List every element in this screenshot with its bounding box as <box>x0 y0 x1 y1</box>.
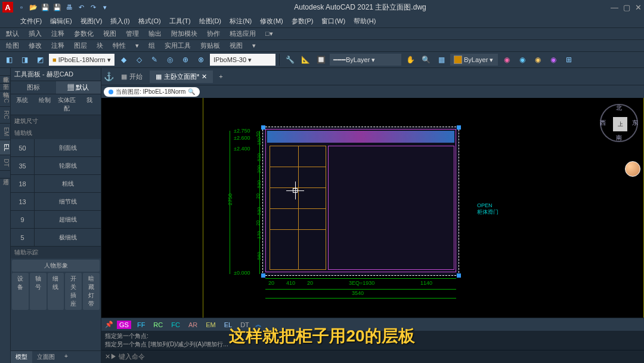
menu-insert[interactable]: 插入(I) <box>107 16 133 27</box>
grip-icon[interactable] <box>457 125 461 130</box>
drawing-canvas[interactable]: ±2.750 ±2.600 ±2.400 ±0.000 2750 50 150 … <box>101 98 644 318</box>
list-item[interactable]: 9超细线 <box>11 211 101 229</box>
tb-icon10[interactable]: ✋ <box>404 53 417 66</box>
rp-0[interactable]: 绘图 <box>2 41 23 51</box>
tag-ff[interactable]: FF <box>135 321 147 329</box>
menu-dim[interactable]: 标注(N) <box>226 16 255 27</box>
rp-8[interactable]: 实用工具 <box>161 41 194 51</box>
gbtn-0[interactable]: 人物形象 <box>12 260 100 272</box>
gbtn-3[interactable]: 细线 <box>48 273 64 310</box>
maximize-icon[interactable]: ▢ <box>623 3 630 12</box>
layer-dropdown[interactable]: ■ IPboEL-18Norm ▾ <box>49 54 114 66</box>
stab-2[interactable]: EL <box>0 140 10 155</box>
rp-7[interactable]: 组 <box>145 41 159 51</box>
rtab-9[interactable]: 精选应用 <box>226 29 259 39</box>
stab-0[interactable]: 通用 <box>0 171 10 179</box>
view-cube[interactable]: 北 南 西 东 上 <box>600 104 638 142</box>
palette-tab-default[interactable]: ▦ 默认 <box>56 81 101 94</box>
rtab-4[interactable]: 视图 <box>100 29 120 39</box>
layout-model[interactable]: 模型 <box>11 351 32 363</box>
list-item[interactable]: 5极细线 <box>11 229 101 247</box>
layer-icon3[interactable]: ◩ <box>33 53 47 66</box>
style-dropdown[interactable]: IPboMS-30 ▾ <box>210 54 275 66</box>
linetype-dropdown[interactable]: ━━━ ByLayer ▾ <box>330 54 401 66</box>
gbtn-5[interactable]: 暗藏灯带 <box>83 273 100 310</box>
rp-9[interactable]: 剪贴板 <box>197 41 224 51</box>
tb-icon13[interactable]: ◉ <box>500 53 513 66</box>
rp-11[interactable]: ▾ <box>249 41 259 50</box>
tb-icon3[interactable]: ✎ <box>148 53 161 66</box>
rp-4[interactable]: 块 <box>93 41 107 51</box>
tb-icon14[interactable]: ◉ <box>516 53 529 66</box>
gbtn-1[interactable]: 设备 <box>12 273 29 310</box>
tb-icon16[interactable]: ◉ <box>547 53 560 66</box>
rp-6[interactable]: ▾ <box>132 41 143 50</box>
pin-icon[interactable]: 📌 <box>105 321 113 328</box>
tb-icon4[interactable]: ◎ <box>163 53 177 66</box>
tb-icon15[interactable]: ◉ <box>531 53 544 66</box>
tab-start[interactable]: ▦ 开始 <box>115 70 148 83</box>
tb-icon5[interactable]: ⊕ <box>179 53 192 66</box>
grip-icon[interactable] <box>457 273 461 278</box>
qat-new-icon[interactable]: ▫ <box>17 2 26 12</box>
tb-icon12[interactable]: ▦ <box>435 53 448 66</box>
menu-window[interactable]: 窗口(W) <box>318 16 349 27</box>
qat-undo-icon[interactable]: ↶ <box>76 2 86 12</box>
pst-0[interactable]: 系统 <box>11 94 33 115</box>
tab-add[interactable]: + <box>214 71 227 82</box>
tb-icon1[interactable]: ◆ <box>117 53 130 66</box>
list-item[interactable]: 50剖面线 <box>11 139 101 157</box>
stab-7[interactable]: 平面 <box>0 76 10 84</box>
qat-print-icon[interactable]: 🖶 <box>64 2 74 12</box>
list-item[interactable]: 13细节线 <box>11 193 101 211</box>
stab-1[interactable]: DT <box>0 155 10 171</box>
tb-icon11[interactable]: 🔍 <box>419 53 432 66</box>
rp-1[interactable]: 修改 <box>25 41 45 51</box>
grip-icon[interactable] <box>261 125 265 130</box>
qat-saveas-icon[interactable]: 💾 <box>52 2 62 12</box>
close-icon[interactable]: ✕ <box>635 3 642 12</box>
pst-1[interactable]: 绘制 <box>33 94 56 115</box>
tb-icon6[interactable]: ⊗ <box>194 53 208 66</box>
rtab-3[interactable]: 参数化 <box>70 29 97 39</box>
rp-2[interactable]: 注释 <box>48 41 68 51</box>
section-aux[interactable]: 辅助线 <box>11 127 101 139</box>
tb-icon7[interactable]: 🔧 <box>283 53 296 66</box>
list-item[interactable]: 35轮廓线 <box>11 157 101 175</box>
gbtn-2[interactable]: 轴号 <box>30 273 47 310</box>
stab-3[interactable]: EM <box>0 124 10 140</box>
current-layer-pill[interactable]: 当前图层: IPboEL-18Norm 🔍 <box>104 87 200 97</box>
tb-icon17[interactable]: ⊞ <box>562 53 575 66</box>
section-arch[interactable]: 建筑尺寸 <box>11 115 101 127</box>
rtab-1[interactable]: 插入 <box>25 29 45 39</box>
menu-view[interactable]: 视图(V) <box>77 16 106 27</box>
rtab-7[interactable]: 附加模块 <box>168 29 201 39</box>
menu-format[interactable]: 格式(O) <box>135 16 165 27</box>
palette-tab-icon[interactable]: 图标 <box>11 81 56 94</box>
menu-help[interactable]: 帮助(H) <box>350 16 379 27</box>
command-input[interactable]: ✕ ▶ 键入命令 <box>101 350 644 363</box>
qat-more-icon[interactable]: ▾ <box>100 2 110 12</box>
rtab-2[interactable]: 注释 <box>48 29 68 39</box>
grip-icon[interactable] <box>261 273 265 278</box>
menu-tools[interactable]: 工具(T) <box>166 16 194 27</box>
layout-add[interactable]: + <box>60 351 73 363</box>
menu-edit[interactable]: 编辑(E) <box>47 16 76 27</box>
user-avatar-icon[interactable] <box>625 161 640 177</box>
rtab-0[interactable]: 默认 <box>2 29 23 39</box>
anchor-icon[interactable]: ⚓ <box>104 72 114 81</box>
pst-3[interactable]: 我 <box>78 94 101 115</box>
tb-icon9[interactable]: 🔲 <box>314 53 327 66</box>
tag-em[interactable]: EM <box>203 321 218 329</box>
rp-5[interactable]: 特性 <box>109 41 129 51</box>
stab-8[interactable]: 标准化 <box>0 68 10 76</box>
list-item[interactable]: 18粗线 <box>11 175 101 193</box>
tb-icon8[interactable]: 📐 <box>299 53 312 66</box>
rtab-8[interactable]: 协作 <box>203 29 224 39</box>
tag-rc[interactable]: RC <box>151 321 165 329</box>
menu-param[interactable]: 参数(P) <box>288 16 317 27</box>
tag-gs[interactable]: GS <box>117 321 131 329</box>
rtab-5[interactable]: 管理 <box>122 29 143 39</box>
tb-icon2[interactable]: ◇ <box>132 53 145 66</box>
minimize-icon[interactable]: — <box>611 3 618 12</box>
